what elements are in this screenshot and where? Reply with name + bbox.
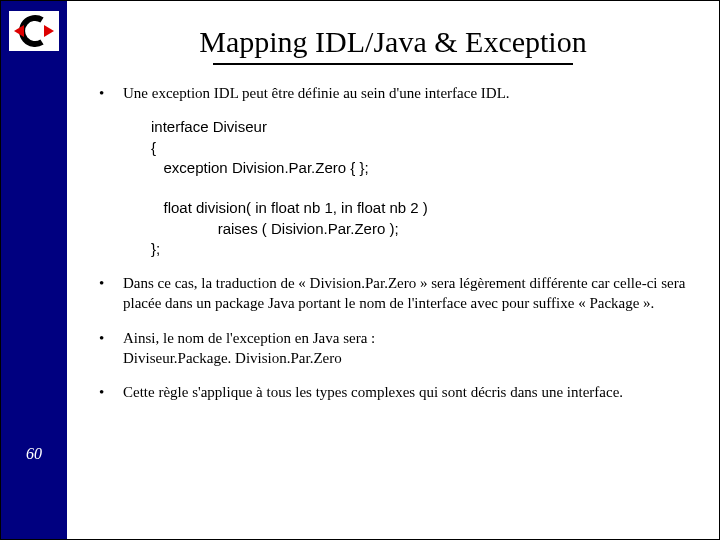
- svg-marker-0: [14, 25, 24, 37]
- sidebar: 60: [1, 1, 67, 539]
- bullet-list: • Une exception IDL peut être définie au…: [95, 83, 691, 103]
- content-area: Mapping IDL/Java & Exception • Une excep…: [67, 1, 719, 539]
- bullet-text: Cette règle s'applique à tous les types …: [123, 382, 691, 402]
- slide-title: Mapping IDL/Java & Exception: [95, 25, 691, 59]
- bullet-text: Dans ce cas, la traduction de « Division…: [123, 273, 691, 314]
- bullet-text: Ainsi, le nom de l'exception en Java ser…: [123, 328, 691, 369]
- bullet-dot-icon: •: [95, 382, 123, 402]
- bullet-text: Une exception IDL peut être définie au s…: [123, 83, 691, 103]
- page-number: 60: [1, 445, 67, 463]
- bullet-item: • Dans ce cas, la traduction de « Divisi…: [95, 273, 691, 314]
- bullet-list: • Dans ce cas, la traduction de « Divisi…: [95, 273, 691, 402]
- bullet-item: • Une exception IDL peut être définie au…: [95, 83, 691, 103]
- slide: 60 Mapping IDL/Java & Exception • Une ex…: [0, 0, 720, 540]
- code-block: interface Diviseur { exception Division.…: [151, 117, 691, 259]
- bullet-dot-icon: •: [95, 328, 123, 348]
- bullet-item: • Ainsi, le nom de l'exception en Java s…: [95, 328, 691, 369]
- title-underline: [213, 63, 573, 65]
- logo: [9, 11, 59, 51]
- bullet-dot-icon: •: [95, 273, 123, 293]
- logo-icon: [12, 14, 56, 48]
- svg-marker-1: [44, 25, 54, 37]
- bullet-item: • Cette règle s'applique à tous les type…: [95, 382, 691, 402]
- bullet-dot-icon: •: [95, 83, 123, 103]
